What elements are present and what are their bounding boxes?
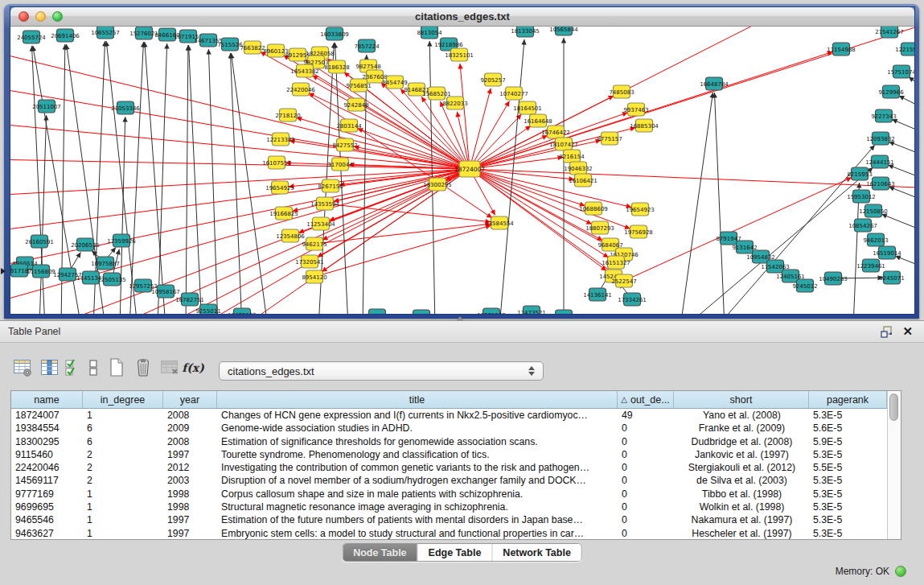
table-row[interactable]: 911546021997Tourette syndrome. Phenomeno… (11, 448, 887, 461)
memory-status-indicator[interactable] (895, 566, 906, 577)
column-header-pagerank[interactable]: pagerank (809, 391, 887, 408)
table-cell[interactable]: Embryonic stem cells: a model to study s… (217, 527, 618, 539)
table-cell[interactable]: Hescheler et al. (1997) (674, 527, 809, 539)
create-column-button[interactable] (105, 356, 129, 380)
vertical-scrollbar[interactable] (887, 391, 901, 539)
table-row[interactable]: 946362711997Embryonic stem cells: a mode… (11, 527, 887, 539)
table-cell[interactable]: 5.3E-5 (809, 501, 887, 513)
table-row[interactable]: 1938455462009Genome-wide association stu… (11, 422, 887, 435)
splitter-collapse-handle[interactable] (456, 316, 464, 321)
float-panel-button[interactable] (881, 326, 893, 338)
table-cell[interactable]: 2 (83, 474, 163, 487)
table-row[interactable]: 946554611997Estimation of the future num… (11, 513, 887, 526)
minimize-window-button[interactable] (35, 11, 46, 22)
table-cell[interactable]: 9465546 (11, 513, 83, 526)
table-cell[interactable]: 1998 (163, 488, 217, 501)
table-cell[interactable]: Corpus callosum shape and size in male p… (217, 488, 618, 501)
table-grid[interactable]: namein_degreeyeartitle△out_de...shortpag… (11, 391, 887, 539)
table-cell[interactable]: 1 (83, 488, 163, 501)
table-cell[interactable]: Tibbo et al. (1998) (674, 488, 809, 501)
table-cell[interactable]: 0 (618, 435, 674, 448)
table-cell[interactable]: 0 (618, 474, 674, 487)
table-cell[interactable]: 5.3E-5 (809, 488, 887, 501)
delete-table-button[interactable] (158, 356, 182, 380)
tab-node-table[interactable]: Node Table (343, 544, 417, 561)
table-cell[interactable]: 5.3E-5 (809, 527, 887, 539)
table-cell[interactable]: Investigating the contribution of common… (217, 461, 618, 474)
table-cell[interactable]: 5.3E-5 (809, 448, 887, 461)
table-mode-button[interactable] (11, 356, 35, 380)
network-window-titlebar[interactable]: citations_edges.txt (10, 7, 914, 27)
table-row[interactable]: 1872400712008Changes of HCN gene express… (11, 409, 887, 422)
table-cell[interactable]: 0 (618, 501, 674, 513)
table-cell[interactable]: 0 (618, 448, 674, 461)
show-columns-button[interactable] (38, 356, 62, 380)
table-cell[interactable]: 2012 (163, 461, 217, 474)
table-cell[interactable]: 1997 (163, 513, 217, 526)
west-panel-expand-arrow[interactable] (1, 268, 6, 274)
table-cell[interactable]: 5.6E-5 (809, 422, 887, 435)
table-cell[interactable]: 1998 (163, 501, 217, 513)
table-cell[interactable]: 5.5E-5 (809, 461, 887, 474)
table-cell[interactable]: Franke et al. (2009) (674, 422, 809, 435)
table-cell[interactable]: 2003 (163, 474, 217, 487)
table-cell[interactable]: 1 (83, 409, 163, 422)
table-cell[interactable]: Wolkin et al. (1998) (674, 501, 809, 513)
column-header-title[interactable]: title (217, 391, 618, 408)
table-cell[interactable]: Genome-wide association studies in ADHD. (217, 422, 618, 435)
table-selector-dropdown[interactable]: citations_edges.txt (219, 361, 544, 381)
column-header-year[interactable]: year (163, 391, 217, 408)
table-cell[interactable]: 1 (83, 513, 163, 526)
table-row[interactable]: 1830029562008Estimation of significance … (11, 435, 887, 448)
table-cell[interactable]: 5.3E-5 (809, 409, 887, 422)
column-header-name[interactable]: name (11, 391, 83, 408)
table-cell[interactable]: 1997 (163, 527, 217, 539)
table-cell[interactable]: de Silva et al. (2003) (674, 474, 809, 487)
tab-edge-table[interactable]: Edge Table (418, 544, 493, 561)
table-cell[interactable]: Tourette syndrome. Phenomenology and cla… (217, 448, 618, 461)
table-cell[interactable]: 0 (618, 513, 674, 526)
table-cell[interactable]: Structural magnetic resonance image aver… (217, 501, 618, 513)
table-cell[interactable]: Nakamura et al. (1997) (674, 513, 809, 526)
table-row[interactable]: 969969511998Structural magnetic resonanc… (11, 501, 887, 513)
select-columns-button[interactable] (64, 356, 82, 380)
table-cell[interactable]: 49 (618, 409, 674, 422)
column-header-in_degree[interactable]: in_degree (83, 391, 163, 408)
close-window-button[interactable] (18, 11, 29, 22)
table-cell[interactable]: 1997 (163, 448, 217, 461)
table-cell[interactable]: 2008 (163, 409, 217, 422)
scrollbar-thumb[interactable] (889, 393, 898, 421)
delete-column-button[interactable] (131, 356, 155, 380)
zoom-window-button[interactable] (52, 11, 63, 22)
table-cell[interactable]: 5.3E-5 (809, 513, 887, 526)
table-cell[interactable]: 9463627 (11, 527, 83, 539)
table-row[interactable]: 977716911998Corpus callosum shape and si… (11, 488, 887, 501)
table-cell[interactable]: 22420046 (11, 461, 83, 474)
table-cell[interactable]: 0 (618, 422, 674, 435)
table-row[interactable]: 1456911722003Disruption of a novel membe… (11, 474, 887, 487)
network-canvas[interactable]: 2405572420691406106552571527602184661601… (10, 27, 914, 314)
column-header-out_de[interactable]: △out_de... (618, 391, 674, 408)
table-cell[interactable]: Estimation of significance thresholds fo… (217, 435, 618, 448)
table-cell[interactable]: 0 (618, 488, 674, 501)
table-cell[interactable]: 18724007 (11, 409, 83, 422)
table-cell[interactable]: 2008 (163, 435, 217, 448)
table-cell[interactable]: 5.9E-5 (809, 435, 887, 448)
table-cell[interactable]: Jankovic et al. (1997) (674, 448, 809, 461)
table-cell[interactable]: Dudbridge et al. (2008) (674, 435, 809, 448)
table-cell[interactable]: 1 (83, 501, 163, 513)
function-builder-button[interactable]: f(x) (184, 356, 202, 380)
table-cell[interactable]: 14569117 (11, 474, 83, 487)
table-cell[interactable]: 9115460 (11, 448, 83, 461)
table-cell[interactable]: 2 (83, 448, 163, 461)
table-cell[interactable]: 0 (618, 461, 674, 474)
table-cell[interactable]: 2009 (163, 422, 217, 435)
table-cell[interactable]: Stergiakouli et al. (2012) (674, 461, 809, 474)
table-cell[interactable]: 9699695 (11, 501, 83, 513)
table-cell[interactable]: Disruption of a novel member of a sodium… (217, 474, 618, 487)
table-cell[interactable]: 6 (83, 435, 163, 448)
table-cell[interactable]: Changes of HCN gene expression and I(f) … (217, 409, 618, 422)
table-cell[interactable]: Yano et al. (2008) (674, 409, 809, 422)
table-cell[interactable]: 9777169 (11, 488, 83, 501)
table-cell[interactable]: 18300295 (11, 435, 83, 448)
